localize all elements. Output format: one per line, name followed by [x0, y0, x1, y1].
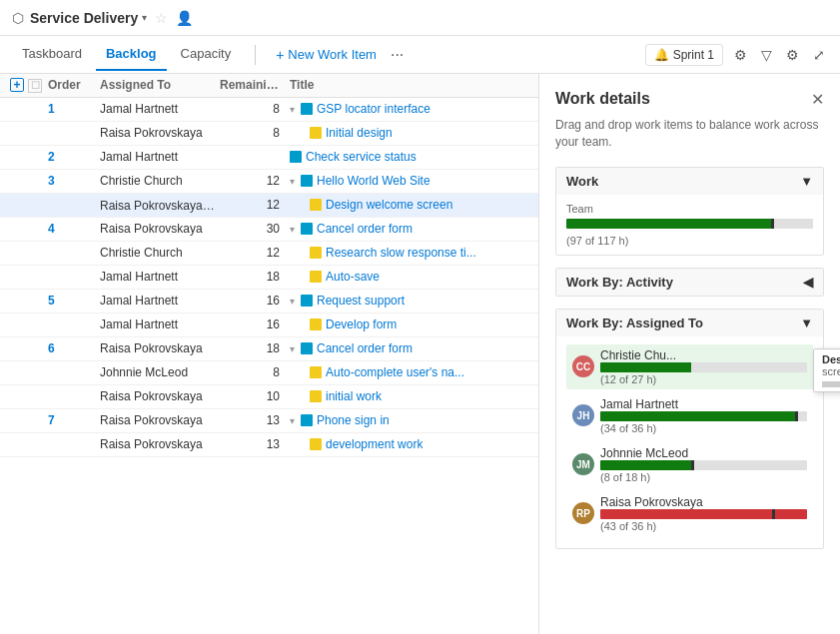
- tab-taskboard[interactable]: Taskboard: [12, 38, 92, 71]
- order-col-header: Order: [46, 78, 98, 93]
- work-item-title[interactable]: Research slow response ti...: [326, 246, 476, 260]
- work-item-title[interactable]: Auto-save: [326, 270, 380, 284]
- person-name-christie: Christie Chu...: [600, 348, 807, 362]
- work-item-title[interactable]: Cancel order form: [317, 222, 413, 236]
- order-cell: 6: [46, 341, 98, 355]
- person-hours-jamal: (34 of 36 h): [600, 422, 807, 434]
- assigned-cell: Jamal Hartnett: [98, 317, 218, 331]
- expand-row-icon[interactable]: ▾: [290, 343, 295, 354]
- tooltip-design-welcome: Design welcome screen: [813, 348, 840, 392]
- expand-row-icon[interactable]: ▾: [290, 104, 295, 115]
- work-section-content: Team (97 of 117 h): [556, 195, 823, 255]
- check-col-header: ☐: [26, 78, 46, 93]
- work-section: Work ▼ Team (97 of 117 h): [555, 167, 824, 256]
- remaining-cell: 10: [218, 389, 288, 403]
- table-header: + ☐ Order Assigned To Remaining... Title: [0, 74, 538, 98]
- work-by-assigned-header[interactable]: Work By: Assigned To ▼: [556, 310, 823, 336]
- assigned-cell: Raisa Pokrovskaya ···: [98, 197, 218, 213]
- avatar-jamal: JH: [572, 404, 594, 426]
- work-item-title[interactable]: Design welcome screen: [326, 198, 452, 212]
- work-by-assigned-section: Work By: Assigned To ▼ CC Christie Chu..…: [555, 309, 824, 549]
- tab-backlog[interactable]: Backlog: [96, 38, 167, 71]
- person-info-raisa: Raisa Pokrovskaya (43 of 36 h): [600, 495, 807, 532]
- tab-capacity[interactable]: Capacity: [171, 38, 242, 71]
- title-cell: ▾ Phone sign in: [288, 413, 530, 427]
- title-cell: Develop form: [288, 317, 530, 331]
- title-cell: ▾ Cancel order form: [288, 222, 530, 236]
- panel-subtitle: Drag and drop work items to balance work…: [555, 117, 824, 151]
- work-item-title[interactable]: Initial design: [326, 126, 393, 140]
- person-row-raisa: RP Raisa Pokrovskaya (43 of 36 h): [566, 491, 813, 536]
- feature-icon: [301, 295, 313, 307]
- work-item-title[interactable]: initial work: [326, 389, 382, 403]
- sprint-selector[interactable]: 🔔 Sprint 1: [645, 44, 723, 66]
- work-item-title[interactable]: Request support: [317, 294, 405, 308]
- feature-icon: [290, 151, 302, 163]
- work-by-activity-header[interactable]: Work By: Activity ◀: [556, 269, 823, 296]
- filter-settings-icon[interactable]: ⚙: [731, 44, 750, 66]
- order-cell: 1: [46, 102, 98, 116]
- feature-icon: [301, 175, 313, 187]
- table-row: 4 Raisa Pokrovskaya 30 ▾ Cancel order fo…: [0, 218, 538, 242]
- filter-icon[interactable]: ▽: [758, 44, 775, 66]
- title-cell: development work: [288, 437, 530, 451]
- assigned-chevron: ▼: [800, 316, 813, 330]
- title-cell: Initial design: [288, 126, 530, 140]
- close-panel-icon[interactable]: ✕: [811, 90, 824, 109]
- activity-chevron: ◀: [803, 275, 813, 290]
- work-item-title[interactable]: Auto-complete user's na...: [326, 365, 464, 379]
- expand-icon[interactable]: ⤢: [810, 44, 828, 66]
- table-row: 2 Jamal Hartnett Check service status: [0, 146, 538, 170]
- project-chevron-icon[interactable]: ▾: [142, 12, 147, 23]
- work-details-panel: Work details ✕ Drag and drop work items …: [539, 74, 840, 634]
- work-section-chevron: ▼: [800, 174, 813, 189]
- table-row: Jamal Hartnett 16 Develop form: [0, 314, 538, 337]
- table-row: 5 Jamal Hartnett 16 ▾ Request support: [0, 290, 538, 314]
- work-by-assigned-label: Work By: Assigned To: [566, 316, 703, 330]
- expand-row-icon[interactable]: ▾: [290, 296, 295, 307]
- table-row: Raisa Pokrovskaya 10 initial work: [0, 385, 538, 409]
- person-hours-johnnie: (8 of 18 h): [600, 471, 807, 483]
- work-item-title[interactable]: development work: [326, 437, 422, 451]
- task-icon: [310, 438, 322, 450]
- work-item-title[interactable]: Check service status: [306, 150, 417, 164]
- avatar-christie: CC: [572, 355, 594, 377]
- work-item-title[interactable]: Hello World Web Site: [317, 174, 430, 188]
- remaining-cell: 8: [218, 102, 288, 116]
- person-bar-johnnie: [600, 460, 807, 470]
- assigned-cell: Raisa Pokrovskaya: [98, 341, 218, 355]
- remaining-cell: 18: [218, 270, 288, 284]
- table-row: 1 Jamal Hartnett 8 ▾ GSP locator interfa…: [0, 98, 538, 122]
- add-row-icon[interactable]: +: [10, 78, 24, 92]
- work-item-title[interactable]: GSP locator interface: [317, 102, 430, 116]
- assigned-cell: Raisa Pokrovskaya: [98, 413, 218, 427]
- assigned-section-content: CC Christie Chu... (12 of 27 h) Design w…: [556, 336, 823, 548]
- assigned-cell: Raisa Pokrovskaya: [98, 389, 218, 403]
- person-bar-christie: [600, 362, 807, 372]
- expand-row-icon[interactable]: ▾: [290, 224, 295, 235]
- work-item-title[interactable]: Develop form: [326, 317, 397, 331]
- feature-icon: [301, 414, 313, 426]
- person-hours-christie: (12 of 27 h): [600, 373, 807, 385]
- kebab-menu-icon[interactable]: ···: [206, 197, 218, 213]
- more-options-button[interactable]: ···: [391, 46, 404, 64]
- work-section-header[interactable]: Work ▼: [556, 168, 823, 195]
- expand-row-icon[interactable]: ▾: [290, 176, 295, 187]
- team-icon[interactable]: 👤: [176, 10, 193, 26]
- assigned-cell: Jamal Hartnett: [98, 294, 218, 308]
- person-hours-raisa: (43 of 36 h): [600, 520, 807, 532]
- check-icon[interactable]: ☐: [28, 79, 42, 93]
- nav-right: 🔔 Sprint 1 ⚙ ▽ ⚙ ⤢: [645, 44, 828, 66]
- assigned-col-header: Assigned To: [98, 78, 218, 93]
- expand-row-icon[interactable]: ▾: [290, 415, 295, 426]
- team-label: Team: [566, 203, 813, 215]
- title-cell: Check service status: [288, 150, 530, 164]
- panel-header: Work details ✕: [555, 90, 824, 109]
- work-item-title[interactable]: Cancel order form: [317, 341, 413, 355]
- work-item-title[interactable]: Phone sign in: [317, 413, 390, 427]
- favorite-icon[interactable]: ☆: [155, 10, 168, 26]
- settings-icon[interactable]: ⚙: [783, 44, 802, 66]
- work-section-label: Work: [566, 174, 598, 189]
- new-work-item-button[interactable]: + New Work Item: [266, 43, 387, 67]
- remaining-cell: 8: [218, 126, 288, 140]
